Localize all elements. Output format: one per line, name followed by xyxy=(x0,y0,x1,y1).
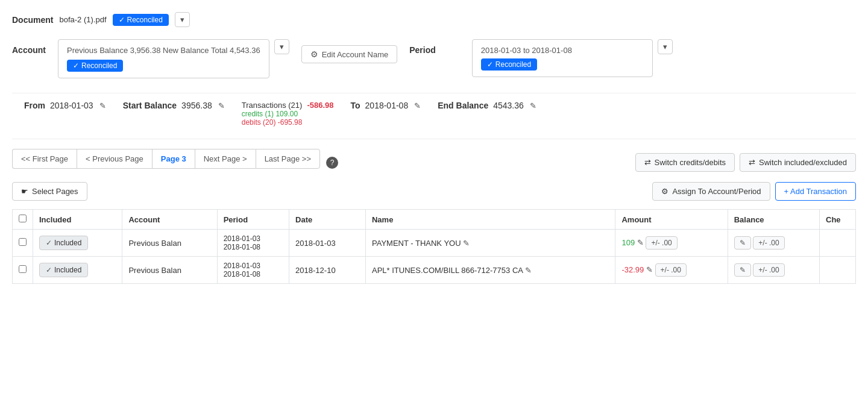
account-box-text: Previous Balance 3,956.38 New Balance To… xyxy=(67,46,260,55)
add-transaction-button[interactable]: + Add Transaction xyxy=(775,182,856,201)
bottom-right-buttons: ⚙ Assign To Account/Period + Add Transac… xyxy=(652,182,856,201)
select-pages-button[interactable]: ☛ Select Pages xyxy=(12,182,87,201)
balance-plus-minus-0[interactable]: +/- .00 xyxy=(753,236,784,250)
col-header-balance: Balance xyxy=(728,210,819,230)
transactions-table: Included Account Period Date Name Amount… xyxy=(12,209,856,284)
table-row: Included Previous Balan 2018-01-03 2018-… xyxy=(13,257,856,284)
table-row: Included Previous Balan 2018-01-03 2018-… xyxy=(13,230,856,257)
col-header-included: Included xyxy=(33,210,122,230)
action-buttons: ⇄ Switch credits/debits ⇄ Switch include… xyxy=(635,153,856,172)
col-header-amount: Amount xyxy=(615,210,728,230)
row-name-0: PAYMENT - THANK YOU ✎ xyxy=(365,230,615,257)
included-badge-1[interactable]: Included xyxy=(39,263,88,277)
start-balance-value: 3956.38 xyxy=(181,101,212,110)
to-date: 2018-01-08 xyxy=(365,101,409,110)
amount-plus-minus-0[interactable]: +/- .00 xyxy=(646,236,677,250)
period-label: Period xyxy=(409,45,436,55)
select-pages-label: Select Pages xyxy=(32,187,78,196)
row-name-1: APL* ITUNES.COM/BILL 866-712-7753 CA ✎ xyxy=(365,257,615,284)
last-page-button[interactable]: Last Page >> xyxy=(256,149,320,169)
edit-account-name-button[interactable]: ⚙ Edit Account Name xyxy=(301,45,398,63)
account-label: Account xyxy=(12,45,46,55)
to-date-edit-icon[interactable]: ✎ xyxy=(414,101,421,110)
row-date-1: 2018-12-10 xyxy=(289,257,366,284)
included-badge-0[interactable]: Included xyxy=(39,236,88,250)
from-label: From xyxy=(24,101,45,110)
amount-edit-icon-0[interactable]: ✎ xyxy=(637,238,644,247)
row-balance-0: ✎ +/- .00 xyxy=(728,230,819,257)
balance-plus-minus-1[interactable]: +/- .00 xyxy=(753,263,784,277)
start-balance-label: Start Balance xyxy=(123,101,177,110)
gear-icon: ⚙ xyxy=(310,49,318,59)
amount-edit-icon-1[interactable]: ✎ xyxy=(646,265,653,274)
period-dates: 2018-01-03 to 2018-01-08 xyxy=(481,46,644,55)
transactions-value: -586.98 xyxy=(307,101,333,110)
account-reconciled-badge: Reconciled xyxy=(67,60,123,72)
document-chevron-button[interactable]: ▾ xyxy=(175,12,190,27)
help-icon[interactable]: ? xyxy=(326,157,338,169)
switch-included-excluded-button[interactable]: ⇄ Switch included/excluded xyxy=(740,153,856,172)
document-reconciled-badge: Reconciled xyxy=(113,14,169,26)
col-header-date: Date xyxy=(289,210,366,230)
col-header-name: Name xyxy=(365,210,615,230)
row-balance-1: ✎ +/- .00 xyxy=(728,257,819,284)
row-che-0 xyxy=(820,230,856,257)
switch-credits-icon: ⇄ xyxy=(644,158,651,167)
row-che-1 xyxy=(820,257,856,284)
transactions-table-wrapper: Included Account Period Date Name Amount… xyxy=(12,209,856,284)
row-account-0: Previous Balan xyxy=(122,230,217,257)
edit-account-name-label: Edit Account Name xyxy=(322,50,389,59)
period-reconciled-badge: Reconciled xyxy=(481,58,537,71)
assign-btn-label: Assign To Account/Period xyxy=(672,187,761,196)
account-box: Previous Balance 3,956.38 New Balance To… xyxy=(58,39,269,78)
col-header-period: Period xyxy=(217,210,289,230)
row-checkbox-0[interactable] xyxy=(19,238,27,246)
end-balance-value: 4543.36 xyxy=(493,101,524,110)
document-filename: bofa-2 (1).pdf xyxy=(59,15,106,24)
assign-account-period-button[interactable]: ⚙ Assign To Account/Period xyxy=(652,182,770,201)
first-page-button[interactable]: << First Page xyxy=(12,149,77,169)
switch-credits-label: Switch credits/debits xyxy=(655,158,726,167)
switch-included-label: Switch included/excluded xyxy=(759,158,847,167)
next-page-button[interactable]: Next Page > xyxy=(195,149,256,169)
debits-value: debits (20) -695.98 xyxy=(242,118,334,127)
row-period-0: 2018-01-03 2018-01-08 xyxy=(217,230,289,257)
from-date: 2018-01-03 xyxy=(50,101,93,110)
current-page-button[interactable]: Page 3 xyxy=(152,149,195,169)
account-chevron-button[interactable]: ▾ xyxy=(274,39,289,54)
from-date-edit-icon[interactable]: ✎ xyxy=(99,101,106,110)
start-balance-edit-icon[interactable]: ✎ xyxy=(218,101,225,110)
row-amount-0: 109 ✎ +/- .00 xyxy=(615,230,728,257)
amount-plus-minus-1[interactable]: +/- .00 xyxy=(655,263,687,277)
period-chevron-button[interactable]: ▾ xyxy=(658,39,673,54)
row-checkbox-1[interactable] xyxy=(19,265,27,273)
name-edit-icon-1[interactable]: ✎ xyxy=(525,266,532,275)
switch-included-icon: ⇄ xyxy=(749,158,755,167)
name-edit-icon-0[interactable]: ✎ xyxy=(463,239,470,248)
end-balance-edit-icon[interactable]: ✎ xyxy=(530,101,536,110)
credits-value: credits (1) 109.00 xyxy=(242,110,334,118)
switch-credits-debits-button[interactable]: ⇄ Switch credits/debits xyxy=(635,153,735,172)
col-header-che: Che xyxy=(820,210,856,230)
add-tx-label: + Add Transaction xyxy=(784,187,847,196)
row-date-0: 2018-01-03 xyxy=(289,230,366,257)
to-label: To xyxy=(350,101,360,110)
period-box: 2018-01-03 to 2018-01-08 Reconciled xyxy=(472,39,653,77)
document-label: Document xyxy=(12,15,53,25)
hand-icon: ☛ xyxy=(21,187,28,196)
balance-edit-btn-1[interactable]: ✎ xyxy=(734,263,751,277)
prev-page-button[interactable]: < Previous Page xyxy=(77,149,152,169)
row-amount-1: -32.99 ✎ +/- .00 xyxy=(615,257,728,284)
row-period-1: 2018-01-03 2018-01-08 xyxy=(217,257,289,284)
end-balance-label: End Balance xyxy=(438,101,488,110)
transactions-label: Transactions (21) xyxy=(242,101,303,110)
balance-edit-btn-0[interactable]: ✎ xyxy=(734,236,751,250)
select-all-checkbox[interactable] xyxy=(19,215,27,222)
pagination-area: << First Page < Previous Page Page 3 Nex… xyxy=(12,149,320,169)
col-header-account: Account xyxy=(122,210,217,230)
row-account-1: Previous Balan xyxy=(122,257,217,284)
gear-assign-icon: ⚙ xyxy=(661,187,668,196)
